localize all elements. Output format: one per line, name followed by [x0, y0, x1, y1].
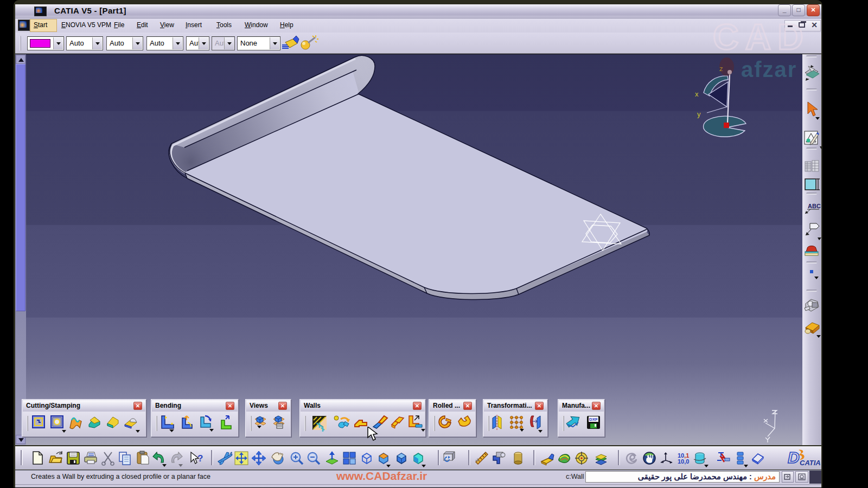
svg-text:CATIA: CATIA	[800, 459, 821, 467]
svg-text:10,0: 10,0	[678, 458, 689, 465]
svg-text:y: y	[697, 110, 701, 118]
svg-text:ABC: ABC	[808, 203, 821, 209]
svg-text:DXF: DXF	[589, 417, 598, 422]
svg-text:D: D	[788, 448, 800, 466]
svg-text:?: ?	[197, 453, 203, 464]
svg-text:x: x	[695, 90, 699, 98]
